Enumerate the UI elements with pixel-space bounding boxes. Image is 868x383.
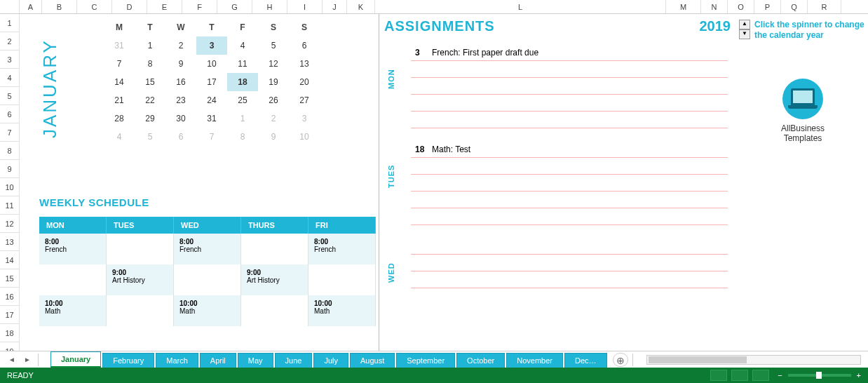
calendar-day[interactable]: 9 [258, 128, 289, 146]
column-header-H[interactable]: H [252, 0, 287, 13]
row-header-12[interactable]: 12 [0, 215, 20, 233]
calendar-day[interactable]: 31 [104, 36, 135, 55]
sheet-tab-november[interactable]: November [506, 353, 563, 368]
calendar-day[interactable]: 13 [289, 55, 320, 73]
column-header-D[interactable]: D [112, 0, 147, 13]
sheet-tab-june[interactable]: June [275, 353, 313, 368]
assignment-empty-line[interactable] [411, 78, 728, 95]
ws-cell[interactable]: 9:00Art History [107, 264, 174, 295]
calendar-day[interactable]: 5 [258, 36, 289, 55]
spinner-up-button[interactable]: ▲ [739, 20, 750, 29]
calendar-day[interactable]: 9 [165, 55, 196, 73]
ws-cell[interactable] [174, 264, 241, 295]
calendar-day[interactable]: 2 [165, 36, 196, 55]
assignment-empty-line[interactable] [411, 95, 728, 112]
calendar-day[interactable]: 4 [227, 36, 258, 55]
sheet-tab-dec[interactable]: Dec… [564, 353, 607, 368]
calendar-day[interactable]: 3 [289, 109, 320, 128]
assignment-empty-line[interactable] [411, 61, 728, 78]
assignment-item[interactable]: 18Math: Test [411, 141, 728, 158]
row-header-18[interactable]: 18 [0, 324, 20, 342]
row-header-5[interactable]: 5 [0, 87, 20, 105]
assignment-empty-line[interactable] [411, 271, 728, 288]
ws-cell[interactable] [241, 234, 308, 264]
ws-cell[interactable] [107, 295, 174, 326]
select-all-cell[interactable] [0, 0, 20, 13]
column-header-F[interactable]: F [182, 0, 217, 13]
calendar-day[interactable]: 6 [165, 128, 196, 146]
calendar-day[interactable]: 4 [104, 128, 135, 146]
calendar-day[interactable]: 5 [135, 128, 165, 146]
sheet-tab-august[interactable]: August [350, 353, 395, 368]
calendar-day[interactable]: 19 [258, 73, 289, 91]
calendar-day[interactable]: 7 [104, 55, 135, 73]
calendar-day[interactable]: 10 [196, 55, 227, 73]
spinner-down-button[interactable]: ▼ [739, 29, 750, 39]
assignment-empty-line[interactable] [411, 175, 728, 192]
row-header-14[interactable]: 14 [0, 251, 20, 269]
ws-cell[interactable]: 10:00Math [174, 295, 241, 326]
ws-cell[interactable]: 8:00French [174, 234, 241, 264]
normal-view-button[interactable] [710, 370, 727, 381]
column-header-B[interactable]: B [42, 0, 77, 13]
column-header-K[interactable]: K [347, 0, 375, 13]
row-header-1[interactable]: 1 [0, 14, 20, 32]
horizontal-scrollbar[interactable] [646, 355, 861, 365]
calendar-day[interactable]: 26 [258, 91, 289, 109]
column-header-C[interactable]: C [77, 0, 112, 13]
worksheet-grid[interactable]: JANUARY MTWTFSS3112345678910111213141516… [20, 14, 868, 348]
assignment-empty-line[interactable] [411, 238, 728, 255]
row-header-8[interactable]: 8 [0, 142, 20, 160]
calendar-day[interactable]: 6 [289, 36, 320, 55]
calendar-day[interactable]: 16 [165, 73, 196, 91]
row-header-6[interactable]: 6 [0, 105, 20, 123]
ws-cell[interactable]: 8:00French [308, 234, 376, 264]
row-header-4[interactable]: 4 [0, 69, 20, 87]
calendar-day[interactable]: 11 [227, 55, 258, 73]
calendar-day[interactable]: 25 [227, 91, 258, 109]
assignment-empty-line[interactable] [411, 112, 728, 128]
sheet-tab-april[interactable]: April [200, 353, 236, 368]
column-header-M[interactable]: M [666, 0, 701, 13]
sheet-tab-february[interactable]: February [102, 353, 154, 368]
assignment-empty-line[interactable] [411, 255, 728, 271]
calendar-day[interactable]: 2 [258, 109, 289, 128]
assignment-empty-line[interactable] [411, 192, 728, 208]
column-header-L[interactable]: L [375, 0, 666, 13]
calendar-day[interactable]: 17 [196, 73, 227, 91]
row-header-11[interactable]: 11 [0, 196, 20, 215]
calendar-day[interactable]: 30 [165, 109, 196, 128]
sheet-tab-january[interactable]: January [50, 351, 101, 368]
ws-cell[interactable]: 10:00Math [39, 295, 107, 326]
calendar-day[interactable]: 31 [196, 109, 227, 128]
row-header-10[interactable]: 10 [0, 178, 20, 196]
ws-cell[interactable] [241, 295, 308, 326]
calendar-day[interactable]: 18 [227, 73, 258, 91]
assignment-empty-line[interactable] [411, 158, 728, 175]
calendar-day[interactable]: 12 [258, 55, 289, 73]
calendar-day[interactable]: 29 [135, 109, 165, 128]
sheet-tab-may[interactable]: May [238, 353, 273, 368]
sheet-tab-march[interactable]: March [156, 353, 198, 368]
column-header-J[interactable]: J [323, 0, 347, 13]
calendar-day[interactable]: 27 [289, 91, 320, 109]
row-header-7[interactable]: 7 [0, 123, 20, 142]
row-header-16[interactable]: 16 [0, 288, 20, 306]
row-header-15[interactable]: 15 [0, 269, 20, 288]
column-header-P[interactable]: P [754, 0, 781, 13]
column-header-R[interactable]: R [808, 0, 841, 13]
ws-cell[interactable]: 9:00Art History [241, 264, 308, 295]
calendar-day[interactable]: 15 [135, 73, 165, 91]
assignment-empty-line[interactable] [411, 208, 728, 225]
calendar-day[interactable]: 24 [196, 91, 227, 109]
row-header-17[interactable]: 17 [0, 306, 20, 324]
calendar-day[interactable]: 10 [289, 128, 320, 146]
assignment-item[interactable]: 3French: First paper draft due [411, 44, 728, 61]
column-header-A[interactable]: A [20, 0, 42, 13]
sheet-tab-september[interactable]: September [396, 353, 455, 368]
row-header-9[interactable]: 9 [0, 160, 20, 178]
calendar-day[interactable]: 1 [135, 36, 165, 55]
page-break-view-button[interactable] [752, 370, 769, 381]
ws-cell[interactable] [308, 264, 376, 295]
column-header-Q[interactable]: Q [781, 0, 808, 13]
